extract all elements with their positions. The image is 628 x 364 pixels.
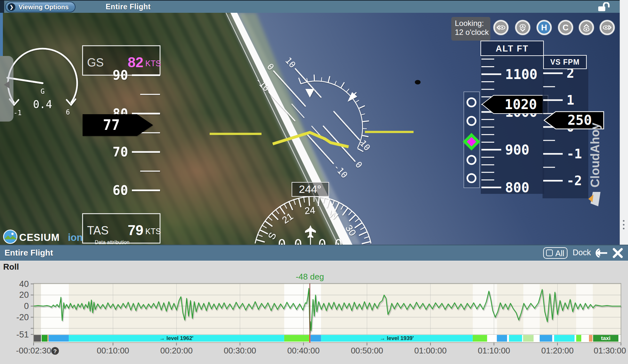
segment[interactable] [47, 335, 49, 342]
segment[interactable] [576, 335, 581, 342]
flight-segments-bar[interactable]: → level 1962'→ level 1939'taxi [34, 335, 621, 342]
chevron-right-icon: ❯ [8, 3, 15, 11]
svg-text:C: C [563, 23, 569, 32]
bank-angle-arc [299, 75, 369, 152]
compass-label: S [266, 231, 278, 241]
svg-text:00:20:00: 00:20:00 [160, 346, 193, 355]
g-meter-max: 6 [66, 108, 70, 116]
camera-button-look-right[interactable] [600, 20, 615, 35]
segment[interactable] [42, 335, 47, 342]
all-checkbox[interactable] [546, 249, 553, 256]
svg-text:90: 90 [113, 68, 128, 83]
vs-tape-header: VS FPM [543, 55, 586, 69]
segment[interactable] [540, 335, 552, 342]
segment[interactable] [34, 335, 41, 342]
viewing-options-button[interactable]: ❯ Viewing Options [5, 2, 76, 12]
segment[interactable] [554, 335, 575, 342]
roll-chart-plot[interactable]: → level 1962'→ level 1939'taxi40200-20-5… [0, 261, 628, 364]
svg-text:→ level 1962': → level 1962' [159, 335, 193, 341]
svg-text:-51: -51 [16, 330, 29, 339]
tas-value: 79 [128, 222, 143, 238]
airspeed-tape: 9080706077 [83, 68, 160, 198]
svg-text:0 0: 0 0 [278, 237, 302, 245]
camera-button-look-down[interactable] [515, 20, 530, 35]
g-meter: G 0.4 -1 6 [7, 49, 77, 117]
wing-bar-right [365, 131, 414, 133]
cloudahoy-debrief-window: { "top_bar": { "viewing_options_label": … [0, 0, 628, 364]
tas-label: TAS [87, 224, 109, 237]
altitude-pointer: 1020 [482, 95, 548, 114]
svg-text:77: 77 [103, 117, 120, 133]
unlock-icon[interactable] [597, 2, 610, 12]
vs-title: VS FPM [550, 58, 580, 66]
tas-readout: TAS 79 KTS [83, 214, 161, 243]
drawer-handle[interactable] [0, 56, 13, 122]
segment[interactable] [497, 335, 507, 342]
chart-panel-body: Roll -48 deg → level 1962'→ level 1939't… [0, 261, 628, 364]
cesium-3d-view[interactable]: G 0.4 -1 6 GS 82 KTS 9080706077 [0, 13, 628, 245]
scrollbar[interactable] [620, 0, 628, 245]
camera-button-horizontal-view[interactable]: H [537, 20, 552, 35]
camera-button-cockpit-view[interactable]: C [558, 20, 573, 35]
svg-text:-00:02:30: -00:02:30 [16, 346, 51, 355]
svg-text:-1: -1 [567, 146, 582, 161]
cesium-logo[interactable]: CESIUM ion [4, 230, 83, 243]
svg-text:→ level 1939': → level 1939' [380, 335, 414, 341]
svg-text:21: 21 [280, 211, 295, 226]
segment[interactable] [582, 335, 588, 342]
ladder-label: 10 [283, 55, 298, 70]
svg-text:-2: -2 [567, 173, 582, 188]
airplane-icon [305, 225, 316, 238]
help-icon[interactable]: ? [51, 347, 59, 355]
svg-text:00:40:00: 00:40:00 [287, 346, 319, 355]
alt-value: 1020 [504, 97, 537, 112]
segment[interactable] [487, 335, 496, 342]
page-title: Entire Flight [106, 3, 151, 11]
panel-title: Entire Flight [4, 248, 53, 258]
segment[interactable] [589, 335, 592, 342]
svg-text:00:10:00: 00:10:00 [97, 346, 129, 355]
segment[interactable] [473, 335, 487, 342]
gs-value: 82 [128, 54, 143, 70]
g-meter-min: -1 [13, 109, 21, 117]
window-edge [0, 1, 4, 13]
svg-text:CloudAhoy: CloudAhoy [588, 123, 602, 188]
gs-label: GS [87, 56, 104, 69]
altitude-tape-header: ALT FT [481, 41, 543, 56]
ladder-label: -10 [332, 162, 350, 180]
svg-text:1100: 1100 [505, 67, 537, 82]
looking-indicator: Looking: 12 o'clock [451, 17, 490, 41]
all-label: All [555, 249, 564, 258]
svg-text:800: 800 [505, 180, 529, 195]
dock-icon[interactable] [593, 247, 608, 259]
close-icon[interactable] [612, 248, 624, 258]
segment[interactable] [523, 335, 534, 342]
svg-text:70: 70 [113, 145, 128, 159]
svg-text:taxi: taxi [601, 335, 610, 341]
data-attribution-link[interactable]: Data attribution [95, 240, 130, 245]
segment[interactable] [284, 335, 309, 342]
g-meter-label: G [41, 88, 45, 95]
segment[interactable] [534, 335, 539, 342]
segment[interactable] [49, 335, 69, 342]
svg-text:01:20:00: 01:20:00 [541, 346, 574, 355]
svg-text:-20: -20 [16, 313, 29, 322]
alt-title: ALT FT [496, 44, 529, 53]
compass-label: 21 [280, 211, 295, 226]
left-panel-edge [0, 13, 3, 56]
sky-speck [415, 80, 421, 84]
segment[interactable] [509, 335, 522, 342]
wing-bar-left [210, 133, 262, 135]
svg-text:60: 60 [113, 183, 128, 198]
all-toggle[interactable]: All [543, 247, 568, 259]
segment[interactable] [310, 335, 321, 342]
svg-text:24: 24 [304, 205, 316, 216]
dock-button[interactable]: Dock [573, 248, 591, 257]
heading-value: 244° [299, 183, 321, 195]
camera-button-look-up[interactable] [579, 20, 594, 35]
runway-stripe [225, 13, 361, 245]
camera-button-look-left[interactable] [494, 20, 509, 35]
cloudahoy-watermark: CloudAhoy [588, 123, 602, 206]
top-toolbar: ❯ Viewing Options Entire Flight [0, 0, 620, 13]
tas-units: KTS [145, 227, 161, 236]
